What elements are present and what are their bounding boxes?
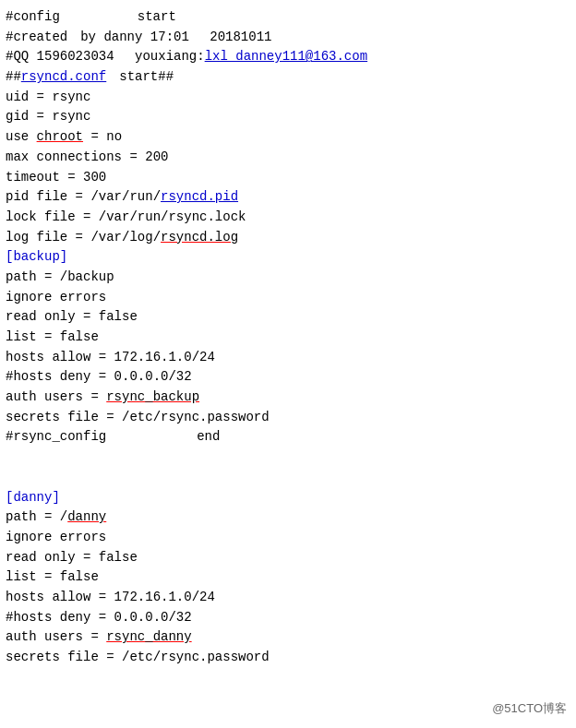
code-line: hosts allow = 172.16.1.0/24	[6, 588, 570, 608]
empty-line	[6, 448, 570, 468]
code-segment: start	[138, 9, 176, 24]
code-segment: auth users =	[6, 389, 106, 404]
code-segment: hosts allow = 172.16.1.0/24	[6, 590, 215, 604]
code-segment: lock file = /var/run/rsync.lock	[6, 209, 246, 224]
code-segment: chroot	[37, 129, 83, 144]
code-segment: #config	[6, 9, 60, 24]
watermark: @51CTO博客	[492, 700, 567, 717]
code-segment: [danny]	[6, 490, 60, 505]
code-line: gid = rsync	[6, 107, 570, 127]
code-segment: read only = false	[6, 309, 138, 324]
code-segment: gid = rsync	[6, 109, 90, 124]
code-segment: rsync_danny	[106, 629, 191, 644]
code-line: path = /danny	[6, 507, 570, 528]
code-segment: #hosts deny = 0.0.0.0/32	[6, 610, 192, 625]
code-segment: [backup]	[6, 249, 67, 264]
code-line: secrets file = /etc/rsync.password	[6, 408, 570, 428]
code-segment: read only = false	[6, 550, 138, 565]
code-line: auth users = rsync_backup	[6, 388, 570, 408]
code-line: list = false	[6, 567, 570, 588]
code-segment: end	[197, 429, 220, 444]
code-line: lock file = /var/run/rsync.lock	[6, 208, 570, 228]
code-segment: rsyncd.conf	[21, 69, 106, 84]
code-line: ignore errors	[6, 528, 570, 548]
code-line: read only = false	[6, 307, 570, 328]
code-line: uid = rsync	[6, 88, 570, 108]
code-segment: danny	[67, 509, 106, 524]
code-segment: #hosts deny = 0.0.0.0/32	[6, 369, 192, 384]
code-segment: #QQ 1596023034 youxiang:	[6, 49, 205, 64]
code-segment	[106, 429, 197, 444]
code-segment: ignore errors	[6, 530, 106, 544]
code-line: secrets file = /etc/rsync.password	[6, 648, 570, 668]
code-segment: use	[6, 129, 37, 144]
code-segment: ignore errors	[6, 290, 106, 304]
code-segment: pid file = /var/run/	[6, 189, 161, 204]
code-line: max connections = 200	[6, 148, 570, 168]
code-segment: start##	[106, 69, 174, 84]
code-line: #created by danny 17:01 20181011	[6, 28, 570, 48]
code-line: ignore errors	[6, 288, 570, 308]
code-segment: #created by danny 17:01 20181011	[6, 30, 271, 44]
code-line: hosts allow = 172.16.1.0/24	[6, 348, 570, 368]
code-segment: #rsync_config	[6, 429, 106, 444]
code-line: path = /backup	[6, 268, 570, 288]
code-content: #config start#created by danny 17:01 201…	[6, 7, 570, 668]
code-segment: list = false	[6, 569, 99, 584]
code-segment: max connections = 200	[6, 149, 168, 164]
code-line: #QQ 1596023034 youxiang:lxl_danney111@16…	[6, 47, 570, 67]
code-line: read only = false	[6, 548, 570, 568]
code-line: auth users = rsync_danny	[6, 627, 570, 648]
code-line: pid file = /var/run/rsyncd.pid	[6, 187, 570, 208]
code-line: timeout = 300	[6, 168, 570, 188]
code-line: #hosts deny = 0.0.0.0/32	[6, 367, 570, 388]
code-line: ##rsyncd.conf start##	[6, 67, 570, 88]
code-line: #config start	[6, 7, 570, 28]
code-segment: path = /	[6, 509, 67, 524]
code-segment: = no	[83, 129, 122, 144]
code-line: #rsync_config end	[6, 427, 570, 448]
code-line: #hosts deny = 0.0.0.0/32	[6, 608, 570, 628]
code-segment: list = false	[6, 329, 99, 344]
code-line: list = false	[6, 328, 570, 348]
code-segment: auth users =	[6, 629, 106, 644]
code-line: use chroot = no	[6, 127, 570, 148]
code-segment: log file = /var/log/	[6, 230, 161, 245]
code-line: [backup]	[6, 247, 570, 268]
code-segment: uid = rsync	[6, 90, 90, 104]
code-segment: secrets file = /etc/rsync.password	[6, 410, 270, 424]
code-segment: path = /backup	[6, 269, 114, 284]
code-segment: rsync_backup	[106, 389, 199, 404]
code-segment: ##	[6, 69, 21, 84]
code-line: [danny]	[6, 488, 570, 508]
code-segment: hosts allow = 172.16.1.0/24	[6, 350, 215, 364]
code-segment	[60, 9, 138, 24]
code-segment: rsyncd.log	[161, 230, 238, 245]
code-segment: timeout = 300	[6, 170, 106, 185]
code-line: log file = /var/log/rsyncd.log	[6, 228, 570, 248]
code-segment: rsyncd.pid	[161, 189, 238, 204]
code-segment: lxl_danney111@163.com	[205, 49, 367, 64]
code-segment: secrets file = /etc/rsync.password	[6, 650, 270, 664]
empty-line	[6, 468, 570, 488]
